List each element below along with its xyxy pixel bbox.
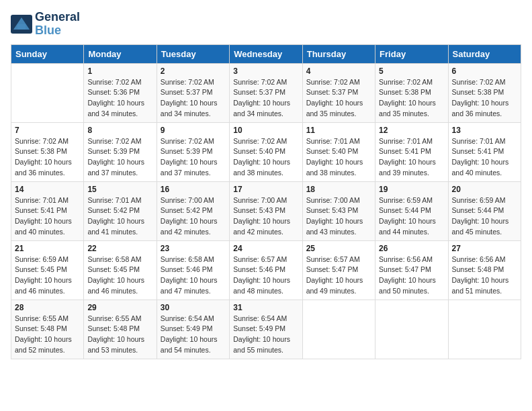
day-number: 18	[306, 185, 371, 194]
day-number: 26	[379, 244, 444, 253]
day-info: Sunrise: 6:59 AM Sunset: 5:44 PM Dayligh…	[452, 195, 517, 238]
week-row-1: 1Sunrise: 7:02 AM Sunset: 5:36 PM Daylig…	[11, 63, 521, 122]
day-number: 27	[452, 244, 517, 253]
day-info: Sunrise: 6:57 AM Sunset: 5:46 PM Dayligh…	[233, 255, 298, 297]
day-cell: 15Sunrise: 7:01 AM Sunset: 5:42 PM Dayli…	[84, 181, 157, 240]
day-number: 1	[87, 66, 152, 76]
day-info: Sunrise: 7:02 AM Sunset: 5:39 PM Dayligh…	[161, 136, 226, 179]
page-header: General Blue	[11, 11, 521, 38]
day-cell: 29Sunrise: 6:55 AM Sunset: 5:48 PM Dayli…	[84, 300, 157, 359]
day-info: Sunrise: 7:02 AM Sunset: 5:38 PM Dayligh…	[15, 136, 80, 179]
day-cell: 19Sunrise: 6:59 AM Sunset: 5:44 PM Dayli…	[375, 181, 448, 240]
day-info: Sunrise: 7:01 AM Sunset: 5:40 PM Dayligh…	[306, 136, 371, 179]
day-number: 15	[87, 185, 152, 194]
header-cell-sunday: Sunday	[11, 44, 84, 63]
day-number: 10	[233, 126, 298, 135]
day-info: Sunrise: 7:01 AM Sunset: 5:41 PM Dayligh…	[15, 195, 80, 238]
day-number: 23	[161, 244, 226, 253]
day-info: Sunrise: 7:00 AM Sunset: 5:43 PM Dayligh…	[306, 195, 371, 238]
day-number: 22	[87, 244, 152, 253]
day-info: Sunrise: 6:55 AM Sunset: 5:48 PM Dayligh…	[87, 314, 152, 356]
day-cell: 13Sunrise: 7:01 AM Sunset: 5:41 PM Dayli…	[448, 122, 521, 181]
day-cell	[302, 300, 375, 359]
day-cell: 18Sunrise: 7:00 AM Sunset: 5:43 PM Dayli…	[302, 181, 375, 240]
day-number: 31	[233, 303, 298, 312]
day-cell: 14Sunrise: 7:01 AM Sunset: 5:41 PM Dayli…	[11, 181, 84, 240]
day-number: 9	[161, 126, 226, 135]
day-cell: 23Sunrise: 6:58 AM Sunset: 5:46 PM Dayli…	[157, 240, 229, 300]
day-number: 16	[161, 185, 226, 194]
day-number: 12	[379, 126, 444, 135]
day-number: 29	[87, 303, 152, 312]
day-info: Sunrise: 7:01 AM Sunset: 5:42 PM Dayligh…	[87, 195, 152, 238]
header-cell-monday: Monday	[84, 44, 157, 63]
day-info: Sunrise: 7:02 AM Sunset: 5:38 PM Dayligh…	[379, 77, 444, 120]
day-info: Sunrise: 6:54 AM Sunset: 5:49 PM Dayligh…	[233, 314, 298, 356]
day-info: Sunrise: 6:56 AM Sunset: 5:48 PM Dayligh…	[452, 255, 517, 297]
day-info: Sunrise: 7:02 AM Sunset: 5:39 PM Dayligh…	[87, 136, 152, 179]
day-cell: 30Sunrise: 6:54 AM Sunset: 5:49 PM Dayli…	[157, 300, 229, 359]
day-cell: 25Sunrise: 6:57 AM Sunset: 5:47 PM Dayli…	[302, 240, 375, 300]
day-cell: 24Sunrise: 6:57 AM Sunset: 5:46 PM Dayli…	[230, 240, 302, 300]
day-info: Sunrise: 7:00 AM Sunset: 5:43 PM Dayligh…	[233, 195, 298, 238]
day-cell: 16Sunrise: 7:00 AM Sunset: 5:42 PM Dayli…	[157, 181, 229, 240]
header-cell-saturday: Saturday	[448, 44, 521, 63]
day-info: Sunrise: 6:55 AM Sunset: 5:48 PM Dayligh…	[15, 314, 80, 356]
day-number: 30	[161, 303, 226, 312]
day-number: 21	[15, 244, 80, 253]
day-number: 25	[306, 244, 371, 253]
day-cell	[11, 63, 84, 122]
day-number: 11	[306, 126, 371, 135]
day-cell: 8Sunrise: 7:02 AM Sunset: 5:39 PM Daylig…	[84, 122, 157, 181]
day-cell: 31Sunrise: 6:54 AM Sunset: 5:49 PM Dayli…	[230, 300, 302, 359]
day-cell: 3Sunrise: 7:02 AM Sunset: 5:37 PM Daylig…	[230, 63, 302, 122]
svg-rect-2	[17, 24, 26, 30]
day-cell: 9Sunrise: 7:02 AM Sunset: 5:39 PM Daylig…	[157, 122, 229, 181]
day-number: 5	[379, 66, 444, 76]
week-row-3: 14Sunrise: 7:01 AM Sunset: 5:41 PM Dayli…	[11, 181, 521, 240]
logo: General Blue	[11, 11, 80, 38]
day-info: Sunrise: 7:00 AM Sunset: 5:42 PM Dayligh…	[161, 195, 226, 238]
calendar-body: 1Sunrise: 7:02 AM Sunset: 5:36 PM Daylig…	[11, 63, 521, 359]
day-number: 19	[379, 185, 444, 194]
day-number: 28	[15, 303, 80, 312]
day-cell	[375, 300, 448, 359]
header-cell-friday: Friday	[375, 44, 448, 63]
day-info: Sunrise: 7:02 AM Sunset: 5:36 PM Dayligh…	[87, 77, 152, 120]
day-info: Sunrise: 7:02 AM Sunset: 5:37 PM Dayligh…	[161, 77, 226, 120]
day-info: Sunrise: 6:58 AM Sunset: 5:45 PM Dayligh…	[87, 255, 152, 297]
day-number: 6	[452, 66, 517, 76]
calendar-header-row: SundayMondayTuesdayWednesdayThursdayFrid…	[11, 44, 521, 63]
day-cell	[448, 300, 521, 359]
day-number: 8	[87, 126, 152, 135]
day-number: 20	[452, 185, 517, 194]
day-cell: 22Sunrise: 6:58 AM Sunset: 5:45 PM Dayli…	[84, 240, 157, 300]
day-number: 2	[161, 66, 226, 76]
day-info: Sunrise: 6:57 AM Sunset: 5:47 PM Dayligh…	[306, 255, 371, 297]
day-cell: 6Sunrise: 7:02 AM Sunset: 5:38 PM Daylig…	[448, 63, 521, 122]
day-cell: 12Sunrise: 7:01 AM Sunset: 5:41 PM Dayli…	[375, 122, 448, 181]
day-number: 24	[233, 244, 298, 253]
day-cell: 7Sunrise: 7:02 AM Sunset: 5:38 PM Daylig…	[11, 122, 84, 181]
day-info: Sunrise: 7:02 AM Sunset: 5:40 PM Dayligh…	[233, 136, 298, 179]
logo-icon	[11, 15, 32, 34]
day-number: 17	[233, 185, 298, 194]
day-cell: 27Sunrise: 6:56 AM Sunset: 5:48 PM Dayli…	[448, 240, 521, 300]
day-info: Sunrise: 6:58 AM Sunset: 5:46 PM Dayligh…	[161, 255, 226, 297]
logo-text: General Blue	[35, 11, 80, 38]
day-cell: 4Sunrise: 7:02 AM Sunset: 5:37 PM Daylig…	[302, 63, 375, 122]
day-info: Sunrise: 6:54 AM Sunset: 5:49 PM Dayligh…	[161, 314, 226, 356]
header-cell-tuesday: Tuesday	[157, 44, 229, 63]
header-cell-wednesday: Wednesday	[230, 44, 302, 63]
header-cell-thursday: Thursday	[302, 44, 375, 63]
day-info: Sunrise: 7:01 AM Sunset: 5:41 PM Dayligh…	[379, 136, 444, 179]
day-number: 3	[233, 66, 298, 76]
day-cell: 17Sunrise: 7:00 AM Sunset: 5:43 PM Dayli…	[230, 181, 302, 240]
day-number: 13	[452, 126, 517, 135]
day-info: Sunrise: 6:59 AM Sunset: 5:44 PM Dayligh…	[379, 195, 444, 238]
day-cell: 5Sunrise: 7:02 AM Sunset: 5:38 PM Daylig…	[375, 63, 448, 122]
day-cell: 1Sunrise: 7:02 AM Sunset: 5:36 PM Daylig…	[84, 63, 157, 122]
day-info: Sunrise: 7:02 AM Sunset: 5:38 PM Dayligh…	[452, 77, 517, 120]
week-row-2: 7Sunrise: 7:02 AM Sunset: 5:38 PM Daylig…	[11, 122, 521, 181]
week-row-5: 28Sunrise: 6:55 AM Sunset: 5:48 PM Dayli…	[11, 300, 521, 359]
